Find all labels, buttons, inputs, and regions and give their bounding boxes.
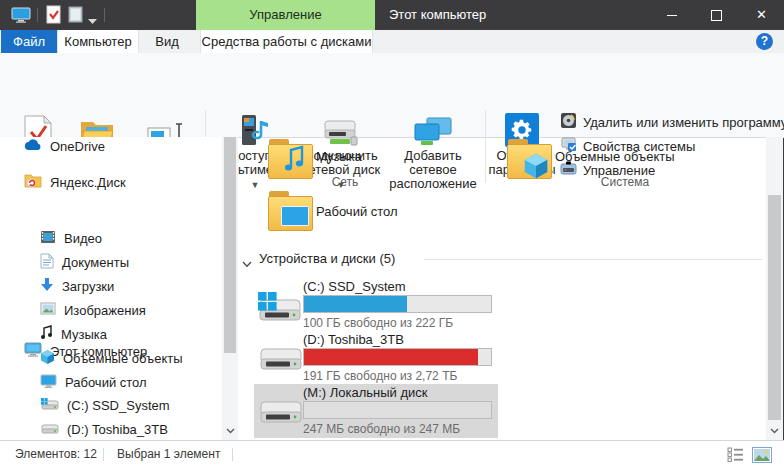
maximize-icon bbox=[711, 10, 722, 21]
thumbnail-view-icon[interactable] bbox=[752, 447, 772, 467]
sidebar-scrollbar-thumb[interactable] bbox=[224, 137, 236, 353]
content-scrollbar-thumb[interactable] bbox=[768, 195, 781, 420]
sidebar-item-onedrive[interactable]: OneDrive bbox=[0, 137, 222, 158]
media-access-icon bbox=[239, 111, 271, 147]
sidebar-item-label: Музыка bbox=[61, 327, 107, 342]
music-icon bbox=[40, 325, 53, 343]
group-label-network: Сеть bbox=[305, 175, 385, 189]
scroll-down-arrow-icon[interactable] bbox=[222, 420, 238, 438]
documents-icon bbox=[40, 253, 54, 272]
quick-access-dropdown-icon[interactable] bbox=[88, 11, 97, 29]
network-location-icon bbox=[413, 111, 453, 147]
yandex-disk-icon bbox=[24, 173, 42, 191]
navigation-pane: OneDrive Яндекс.Диск Этот компьютер Виде… bbox=[0, 137, 222, 441]
sidebar-item-drive-c[interactable]: (C:) SSD_System bbox=[0, 393, 222, 417]
folder-tile-music[interactable] bbox=[268, 139, 312, 179]
properties-quick-icon[interactable] bbox=[46, 5, 61, 28]
dropdown-arrow-icon: ▼ bbox=[251, 180, 260, 190]
folder-label[interactable]: Музыка bbox=[316, 149, 362, 164]
folder-tile-desktop[interactable] bbox=[268, 191, 312, 231]
folder-label[interactable]: Рабочий стол bbox=[316, 204, 398, 219]
drive-name: (M:) Локальный диск bbox=[303, 385, 427, 400]
drive-name: (D:) Toshiba_3TB bbox=[303, 332, 404, 347]
tab-computer[interactable]: Компьютер bbox=[57, 30, 139, 53]
ribbon-tab-row: Файл Компьютер Вид Средства работы с дис… bbox=[0, 30, 784, 54]
sidebar-item-desktop[interactable]: Рабочий стол bbox=[0, 370, 222, 394]
folder-tile-3d-objects[interactable] bbox=[507, 139, 551, 179]
network-drive-icon bbox=[322, 111, 360, 147]
downloads-icon bbox=[40, 277, 54, 295]
desktop-screen-icon bbox=[281, 206, 309, 226]
add-network-location-label: Добавить сетевое расположение bbox=[383, 149, 483, 191]
system-drive-icon bbox=[256, 290, 302, 330]
drive-usage-bar bbox=[303, 348, 492, 366]
drive-free-space: 191 ГБ свободно из 2,72 ТБ bbox=[303, 369, 457, 383]
explorer-window: Управление Этот компьютер ✕ Файл Компьют… bbox=[0, 0, 784, 469]
drive-free-space: 100 ГБ свободно из 222 ГБ bbox=[303, 316, 453, 330]
maximize-button[interactable] bbox=[694, 0, 739, 30]
music-note-icon bbox=[283, 145, 305, 173]
status-divider bbox=[232, 448, 233, 461]
sidebar-item-label: Загрузки bbox=[62, 279, 114, 294]
sidebar-item-video[interactable]: Видео bbox=[0, 226, 222, 250]
contextual-tab-manage[interactable]: Управление bbox=[196, 0, 375, 30]
sidebar-item-label: Изображения bbox=[64, 303, 146, 318]
quick-access-separator bbox=[37, 8, 38, 22]
sidebar-item-downloads[interactable]: Загрузки bbox=[0, 274, 222, 298]
sidebar-item-label: (D:) Toshiba_3TB bbox=[67, 422, 168, 437]
drive-usage-bar bbox=[303, 295, 492, 313]
uninstall-disc-icon bbox=[560, 112, 577, 132]
close-icon: ✕ bbox=[756, 0, 767, 30]
sidebar-item-label: OneDrive bbox=[50, 139, 105, 154]
sidebar-item-yandex-disk[interactable]: Яндекс.Диск bbox=[0, 170, 222, 194]
minimize-button[interactable] bbox=[649, 0, 694, 30]
desktop-icon bbox=[40, 374, 57, 391]
close-button[interactable]: ✕ bbox=[739, 0, 784, 30]
sidebar-item-label: Объемные объекты bbox=[63, 351, 183, 366]
help-icon[interactable]: ? bbox=[756, 33, 773, 50]
section-collapse-icon[interactable] bbox=[242, 254, 252, 264]
sidebar-item-label: Рабочий стол bbox=[65, 375, 147, 390]
tab-file[interactable]: Файл bbox=[1, 30, 57, 53]
section-header-line bbox=[424, 259, 762, 260]
sidebar-item-music[interactable]: Музыка bbox=[0, 322, 222, 346]
sidebar-item-documents[interactable]: Документы bbox=[0, 250, 222, 274]
pictures-icon bbox=[40, 302, 56, 318]
cube-3d-icon bbox=[523, 152, 549, 180]
content-scrollbar[interactable] bbox=[766, 137, 783, 441]
scroll-down-arrow-icon[interactable] bbox=[766, 420, 783, 438]
sidebar-scrollbar[interactable] bbox=[222, 137, 238, 441]
tab-drive-tools[interactable]: Средства работы с дисками bbox=[200, 30, 373, 53]
sidebar-item-label: Яндекс.Диск bbox=[50, 175, 126, 190]
sidebar-item-3d-objects[interactable]: Объемные объекты bbox=[0, 346, 222, 370]
status-bar: Элементов: 12 Выбран 1 элемент bbox=[0, 440, 784, 469]
minimize-icon bbox=[667, 15, 677, 16]
title-bar: Управление Этот компьютер ✕ bbox=[0, 0, 784, 30]
section-header-devices-and-drives[interactable]: Устройства и диски (5) bbox=[259, 251, 395, 266]
folder-label[interactable]: Объемные объекты bbox=[555, 149, 675, 164]
sidebar-item-label: Документы bbox=[62, 255, 129, 270]
computer-icon[interactable] bbox=[11, 7, 31, 27]
sidebar-item-drive-d[interactable]: (D:) Toshiba_3TB bbox=[0, 417, 222, 441]
uninstall-program-label: Удалить или изменить программу bbox=[583, 115, 784, 130]
new-folder-icon[interactable] bbox=[68, 6, 83, 27]
ribbon: Свойства Открыть Переименовать Расположе… bbox=[0, 53, 784, 138]
status-divider bbox=[103, 448, 104, 461]
tab-view[interactable]: Вид bbox=[137, 30, 197, 53]
window-title: Этот компьютер bbox=[389, 0, 486, 30]
quick-access-separator bbox=[104, 8, 105, 22]
system-drive-icon bbox=[40, 397, 59, 414]
uninstall-program-button[interactable]: Удалить или изменить программу bbox=[560, 112, 784, 132]
drive-icon bbox=[258, 398, 304, 434]
onedrive-cloud-icon bbox=[24, 139, 42, 154]
cube-3d-icon bbox=[40, 349, 55, 368]
group-separator bbox=[485, 110, 486, 183]
selection-count: Выбран 1 элемент bbox=[117, 441, 220, 468]
drive-usage-bar bbox=[303, 401, 492, 419]
drive-icon bbox=[40, 421, 59, 438]
details-view-icon[interactable] bbox=[727, 447, 744, 466]
drive-free-space: 247 МБ свободно из 247 МБ bbox=[303, 422, 460, 436]
add-network-location-button[interactable]: Добавить сетевое расположение bbox=[383, 111, 483, 191]
sidebar-item-pictures[interactable]: Изображения bbox=[0, 298, 222, 322]
items-count: Элементов: 12 bbox=[15, 441, 97, 468]
